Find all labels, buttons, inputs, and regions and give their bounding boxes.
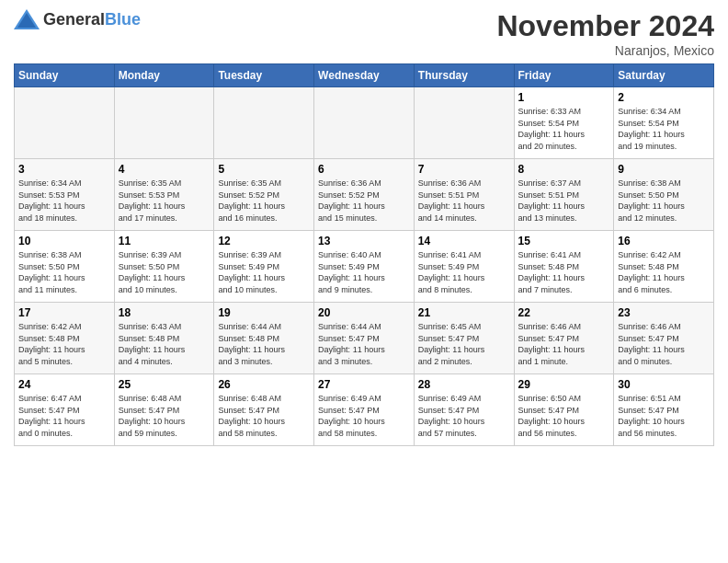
- calendar-cell: 13Sunrise: 6:40 AMSunset: 5:49 PMDayligh…: [314, 231, 415, 303]
- day-number: 3: [18, 163, 110, 176]
- calendar-cell: [414, 87, 514, 159]
- calendar-cell: 10Sunrise: 6:38 AMSunset: 5:50 PMDayligh…: [15, 231, 115, 303]
- calendar-cell: [214, 87, 314, 159]
- day-number: 16: [618, 235, 710, 247]
- day-info: Sunrise: 6:47 AMSunset: 5:47 PMDaylight:…: [18, 393, 110, 439]
- calendar-cell: 7Sunrise: 6:36 AMSunset: 5:51 PMDaylight…: [414, 159, 514, 231]
- page-container: GeneralBlue November 2024 Naranjos, Mexi…: [0, 0, 728, 455]
- day-info: Sunrise: 6:36 AMSunset: 5:52 PMDaylight:…: [318, 178, 410, 224]
- calendar-cell: 29Sunrise: 6:50 AMSunset: 5:47 PMDayligh…: [514, 374, 614, 446]
- calendar-cell: 4Sunrise: 6:35 AMSunset: 5:53 PMDaylight…: [114, 159, 214, 231]
- day-number: 23: [618, 306, 710, 319]
- calendar-cell: 20Sunrise: 6:44 AMSunset: 5:47 PMDayligh…: [314, 303, 415, 374]
- day-info: Sunrise: 6:35 AMSunset: 5:53 PMDaylight:…: [119, 178, 210, 224]
- day-number: 5: [218, 163, 310, 176]
- title-block: November 2024 Naranjos, Mexico: [496, 9, 714, 58]
- day-number: 6: [318, 163, 410, 176]
- day-info: Sunrise: 6:48 AMSunset: 5:47 PMDaylight:…: [218, 393, 310, 439]
- day-info: Sunrise: 6:39 AMSunset: 5:50 PMDaylight:…: [119, 249, 210, 295]
- day-number: 20: [318, 306, 410, 319]
- day-info: Sunrise: 6:39 AMSunset: 5:49 PMDaylight:…: [218, 249, 310, 295]
- day-info: Sunrise: 6:49 AMSunset: 5:47 PMDaylight:…: [418, 393, 510, 439]
- day-info: Sunrise: 6:46 AMSunset: 5:47 PMDaylight:…: [618, 321, 710, 367]
- day-info: Sunrise: 6:50 AMSunset: 5:47 PMDaylight:…: [518, 393, 610, 439]
- day-info: Sunrise: 6:42 AMSunset: 5:48 PMDaylight:…: [18, 321, 110, 367]
- day-number: 17: [18, 306, 110, 319]
- day-info: Sunrise: 6:49 AMSunset: 5:47 PMDaylight:…: [318, 393, 410, 439]
- logo: GeneralBlue: [14, 9, 141, 29]
- day-number: 18: [119, 306, 210, 319]
- day-number: 9: [618, 163, 710, 176]
- calendar-cell: [15, 87, 115, 159]
- day-number: 14: [418, 235, 510, 247]
- calendar-table: SundayMondayTuesdayWednesdayThursdayFrid…: [14, 63, 714, 446]
- calendar-cell: 30Sunrise: 6:51 AMSunset: 5:47 PMDayligh…: [614, 374, 714, 446]
- day-info: Sunrise: 6:33 AMSunset: 5:54 PMDaylight:…: [518, 106, 610, 152]
- day-info: Sunrise: 6:35 AMSunset: 5:52 PMDaylight:…: [218, 178, 310, 224]
- calendar-cell: [314, 87, 415, 159]
- day-number: 12: [218, 235, 310, 247]
- day-info: Sunrise: 6:41 AMSunset: 5:48 PMDaylight:…: [518, 249, 610, 295]
- day-number: 13: [318, 235, 410, 247]
- day-info: Sunrise: 6:34 AMSunset: 5:54 PMDaylight:…: [618, 106, 710, 152]
- calendar-cell: 24Sunrise: 6:47 AMSunset: 5:47 PMDayligh…: [15, 374, 115, 446]
- calendar-cell: 11Sunrise: 6:39 AMSunset: 5:50 PMDayligh…: [114, 231, 214, 303]
- day-info: Sunrise: 6:43 AMSunset: 5:48 PMDaylight:…: [119, 321, 210, 367]
- calendar-cell: 27Sunrise: 6:49 AMSunset: 5:47 PMDayligh…: [314, 374, 415, 446]
- week-row-2: 3Sunrise: 6:34 AMSunset: 5:53 PMDaylight…: [15, 159, 714, 231]
- calendar-cell: 26Sunrise: 6:48 AMSunset: 5:47 PMDayligh…: [214, 374, 314, 446]
- calendar-cell: 14Sunrise: 6:41 AMSunset: 5:49 PMDayligh…: [414, 231, 514, 303]
- day-number: 7: [418, 163, 510, 176]
- calendar-cell: 19Sunrise: 6:44 AMSunset: 5:48 PMDayligh…: [214, 303, 314, 374]
- calendar-cell: 18Sunrise: 6:43 AMSunset: 5:48 PMDayligh…: [114, 303, 214, 374]
- calendar-cell: 23Sunrise: 6:46 AMSunset: 5:47 PMDayligh…: [614, 303, 714, 374]
- header: GeneralBlue November 2024 Naranjos, Mexi…: [14, 9, 714, 58]
- day-number: 21: [418, 306, 510, 319]
- day-number: 1: [518, 91, 610, 104]
- day-info: Sunrise: 6:36 AMSunset: 5:51 PMDaylight:…: [418, 178, 510, 224]
- header-row: SundayMondayTuesdayWednesdayThursdayFrid…: [15, 64, 714, 87]
- calendar-cell: 21Sunrise: 6:45 AMSunset: 5:47 PMDayligh…: [414, 303, 514, 374]
- day-number: 10: [18, 235, 110, 247]
- logo-blue: Blue: [105, 10, 141, 29]
- calendar-cell: [114, 87, 214, 159]
- calendar-cell: 17Sunrise: 6:42 AMSunset: 5:48 PMDayligh…: [15, 303, 115, 374]
- week-row-1: 1Sunrise: 6:33 AMSunset: 5:54 PMDaylight…: [15, 87, 714, 159]
- logo-text: GeneralBlue: [43, 10, 141, 29]
- day-info: Sunrise: 6:40 AMSunset: 5:49 PMDaylight:…: [318, 249, 410, 295]
- day-info: Sunrise: 6:38 AMSunset: 5:50 PMDaylight:…: [18, 249, 110, 295]
- calendar-cell: 15Sunrise: 6:41 AMSunset: 5:48 PMDayligh…: [514, 231, 614, 303]
- calendar-cell: 2Sunrise: 6:34 AMSunset: 5:54 PMDaylight…: [614, 87, 714, 159]
- calendar-cell: 28Sunrise: 6:49 AMSunset: 5:47 PMDayligh…: [414, 374, 514, 446]
- day-info: Sunrise: 6:34 AMSunset: 5:53 PMDaylight:…: [18, 178, 110, 224]
- calendar-cell: 9Sunrise: 6:38 AMSunset: 5:50 PMDaylight…: [614, 159, 714, 231]
- logo-general: General: [43, 10, 105, 29]
- col-header-saturday: Saturday: [614, 64, 714, 87]
- day-number: 24: [18, 378, 110, 391]
- calendar-cell: 22Sunrise: 6:46 AMSunset: 5:47 PMDayligh…: [514, 303, 614, 374]
- day-number: 27: [318, 378, 410, 391]
- day-number: 28: [418, 378, 510, 391]
- day-number: 26: [218, 378, 310, 391]
- location-subtitle: Naranjos, Mexico: [496, 43, 714, 58]
- col-header-monday: Monday: [114, 64, 214, 87]
- month-title: November 2024: [496, 9, 714, 43]
- calendar-cell: 16Sunrise: 6:42 AMSunset: 5:48 PMDayligh…: [614, 231, 714, 303]
- calendar-cell: 5Sunrise: 6:35 AMSunset: 5:52 PMDaylight…: [214, 159, 314, 231]
- day-info: Sunrise: 6:41 AMSunset: 5:49 PMDaylight:…: [418, 249, 510, 295]
- day-number: 30: [618, 378, 710, 391]
- week-row-5: 24Sunrise: 6:47 AMSunset: 5:47 PMDayligh…: [15, 374, 714, 446]
- calendar-cell: 1Sunrise: 6:33 AMSunset: 5:54 PMDaylight…: [514, 87, 614, 159]
- calendar-cell: 6Sunrise: 6:36 AMSunset: 5:52 PMDaylight…: [314, 159, 415, 231]
- day-number: 4: [119, 163, 210, 176]
- calendar-cell: 12Sunrise: 6:39 AMSunset: 5:49 PMDayligh…: [214, 231, 314, 303]
- col-header-friday: Friday: [514, 64, 614, 87]
- day-info: Sunrise: 6:42 AMSunset: 5:48 PMDaylight:…: [618, 249, 710, 295]
- day-number: 11: [119, 235, 210, 247]
- day-number: 2: [618, 91, 710, 104]
- col-header-wednesday: Wednesday: [314, 64, 415, 87]
- day-info: Sunrise: 6:37 AMSunset: 5:51 PMDaylight:…: [518, 178, 610, 224]
- col-header-tuesday: Tuesday: [214, 64, 314, 87]
- day-number: 8: [518, 163, 610, 176]
- day-number: 22: [518, 306, 610, 319]
